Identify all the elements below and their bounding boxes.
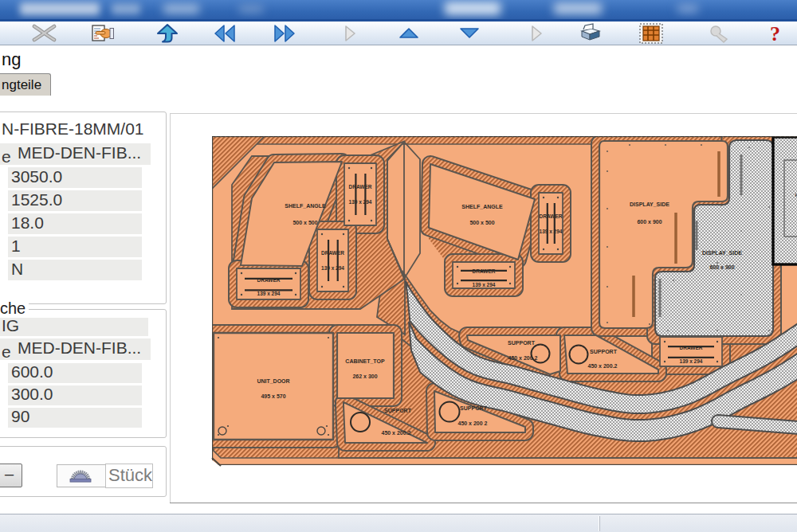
svg-text:?: ?: [770, 23, 780, 44]
